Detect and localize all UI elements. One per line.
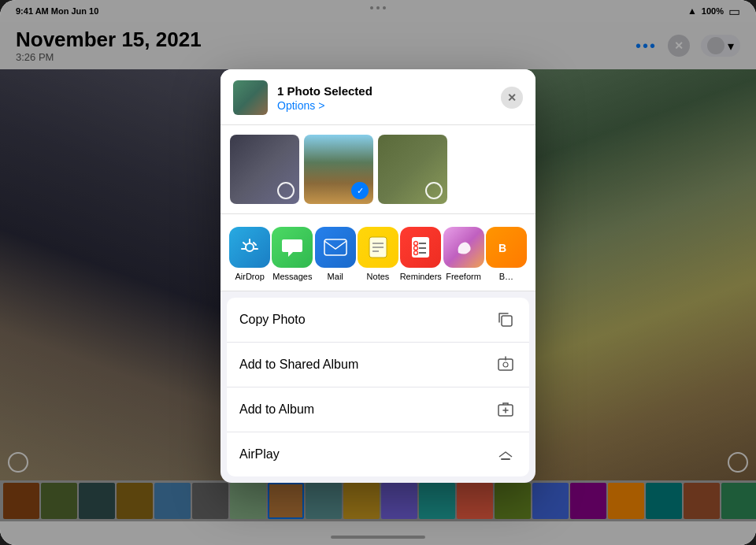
share-header-text: 1 Photo Selected Options > — [277, 84, 491, 112]
svg-point-16 — [503, 362, 508, 367]
center-dot-1 — [370, 6, 373, 9]
add-album-action[interactable]: Add to Album — [227, 387, 529, 432]
share-thumb-inner — [233, 80, 268, 115]
share-selected-label: 1 Photo Selected — [277, 84, 491, 98]
more-apps-label: B… — [499, 272, 513, 281]
copy-photo-icon — [495, 309, 517, 331]
svg-rect-21 — [501, 458, 510, 460]
airplay-action[interactable]: AirPlay — [227, 432, 529, 476]
reminders-icon — [400, 227, 441, 268]
add-shared-album-action[interactable]: Add to Shared Album — [227, 343, 529, 387]
center-dot-3 — [383, 6, 386, 9]
svg-rect-14 — [502, 316, 512, 326]
share-app-mail[interactable]: Mail — [314, 227, 357, 281]
notes-label: Notes — [367, 272, 390, 281]
status-bar-left: 9:41 AM Mon Jun 10 — [16, 6, 98, 16]
svg-rect-15 — [498, 359, 513, 370]
copy-photo-label: Copy Photo — [239, 313, 306, 327]
mail-icon — [315, 227, 356, 268]
reminders-label: Reminders — [400, 272, 442, 281]
share-actions: Copy Photo Add to Shared Album — [227, 298, 529, 476]
add-album-label: Add to Album — [239, 402, 314, 417]
share-app-freeform[interactable]: Freeform — [442, 227, 484, 281]
status-time: 9:41 AM Mon Jun 10 — [16, 6, 98, 16]
share-close-button[interactable]: ✕ — [501, 87, 523, 109]
mail-label: Mail — [328, 272, 343, 281]
share-sheet: 1 Photo Selected Options > ✕ ✓ — [220, 69, 536, 483]
svg-text:B: B — [498, 242, 506, 254]
share-apps-row: AirDrop Messages Mail — [220, 214, 536, 291]
airdrop-icon — [229, 227, 270, 268]
share-app-airdrop[interactable]: AirDrop — [228, 227, 271, 281]
add-shared-album-icon — [495, 354, 517, 376]
notes-icon — [358, 227, 398, 268]
battery-level: 100% — [702, 6, 724, 16]
svg-rect-1 — [324, 239, 346, 255]
airdrop-label: AirDrop — [235, 272, 264, 281]
share-app-messages[interactable]: Messages — [271, 227, 313, 281]
svg-point-0 — [246, 243, 254, 251]
add-album-icon — [495, 399, 517, 421]
copy-photo-action[interactable]: Copy Photo — [227, 298, 529, 343]
status-bar-right: ▲ 100% ▭ — [687, 4, 740, 19]
share-thumbnail — [233, 80, 268, 115]
share-photos-row: ✓ — [220, 125, 536, 214]
share-options-button[interactable]: Options > — [277, 99, 491, 112]
share-photo-item-right[interactable] — [378, 135, 447, 204]
share-photo-select-left[interactable] — [277, 182, 295, 199]
center-dot-2 — [376, 6, 380, 9]
more-apps-icon: B — [486, 227, 527, 268]
freeform-label: Freeform — [446, 272, 481, 281]
battery-icon: ▭ — [728, 4, 740, 19]
messages-label: Messages — [272, 272, 312, 281]
share-photo-item-left[interactable] — [230, 135, 299, 204]
share-app-notes[interactable]: Notes — [357, 227, 399, 281]
center-dots — [370, 6, 386, 9]
wifi-icon: ▲ — [687, 6, 697, 17]
share-photo-item-center[interactable]: ✓ — [304, 135, 373, 204]
share-photo-select-center[interactable]: ✓ — [351, 182, 369, 199]
share-photo-select-right[interactable] — [425, 182, 443, 199]
add-shared-album-label: Add to Shared Album — [239, 358, 358, 372]
airplay-icon — [495, 443, 517, 465]
share-app-reminders[interactable]: Reminders — [399, 227, 442, 281]
share-header: 1 Photo Selected Options > ✕ — [220, 69, 536, 125]
status-bar: 9:41 AM Mon Jun 10 ▲ 100% ▭ — [0, 0, 756, 22]
airplay-label: AirPlay — [239, 447, 280, 462]
freeform-icon — [443, 227, 484, 268]
share-app-more[interactable]: B B… — [485, 227, 528, 281]
ipad-frame: 9:41 AM Mon Jun 10 ▲ 100% ▭ November 15,… — [0, 0, 756, 545]
options-label: Options — [277, 99, 315, 112]
options-chevron-icon: > — [318, 99, 324, 112]
messages-icon — [272, 227, 313, 268]
